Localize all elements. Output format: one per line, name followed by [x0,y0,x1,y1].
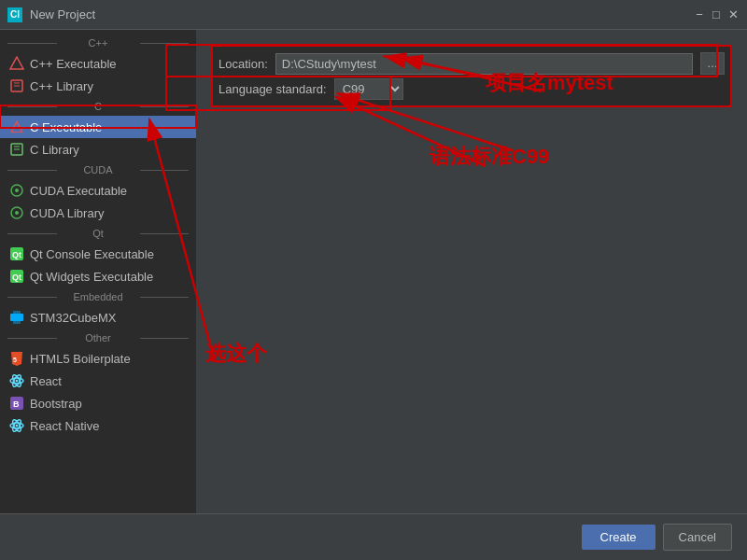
item-cuda-executable[interactable]: CUDA Executable [0,179,196,202]
html5-icon: 5 [9,351,24,366]
stm32-icon [9,310,24,325]
cancel-button[interactable]: Cancel [663,524,732,551]
cuda-library-icon [9,205,24,220]
item-qt-console[interactable]: Qt Qt Console Executable [0,243,196,265]
svg-text:Qt: Qt [12,250,21,259]
svg-point-12 [15,211,19,215]
right-panel: Location: … Language standard: C99 C11 G… [196,30,747,513]
item-cuda-library[interactable]: CUDA Library [0,202,196,224]
minimize-button[interactable]: − [693,8,706,21]
cpp-library-label: C++ Library [30,79,93,93]
svg-marker-0 [10,57,23,69]
stm32-label: STM32CubeMX [30,311,116,325]
item-html5[interactable]: 5 HTML5 Boilerplate [0,347,196,370]
item-cpp-executable[interactable]: C++ Executable [0,52,196,75]
location-label: Location: [218,57,268,71]
cuda-executable-icon [9,183,24,198]
cpp-executable-icon [9,56,24,71]
bootstrap-icon: B [9,396,24,411]
svg-text:B: B [13,399,20,409]
category-cuda: CUDA [0,161,196,179]
c-executable-icon [9,119,24,134]
window-controls: − □ ✕ [693,8,740,21]
svg-text:Qt: Qt [12,273,21,282]
item-cpp-library[interactable]: C++ Library [0,75,196,97]
c-executable-label: C Executable [30,120,102,134]
cpp-library-icon [9,78,24,93]
cpp-executable-label: C++ Executable [30,57,117,71]
close-button[interactable]: ✕ [726,8,740,21]
title-bar: CI New Project − □ ✕ [0,0,747,30]
item-react[interactable]: React [0,370,196,392]
c-library-icon [9,142,24,157]
category-embedded: Embedded [0,287,196,306]
item-react-native[interactable]: React Native [0,414,196,437]
content-area: C++ C++ Executable C++ Library C [0,30,747,513]
react-native-label: React Native [30,419,99,433]
qt-widgets-icon: Qt [9,269,24,284]
maximize-button[interactable]: □ [710,8,723,21]
language-standard-row: Language standard: C99 C11 GNU99 GNU11 [218,78,725,100]
category-qt: Qt [0,224,196,243]
bottom-bar: Create Cancel [0,513,747,560]
svg-point-30 [16,425,19,427]
new-project-window: CI New Project − □ ✕ C++ C++ Executable [0,0,747,560]
svg-point-24 [16,380,19,383]
create-button[interactable]: Create [582,525,655,550]
c-library-label: C Library [30,143,79,157]
item-qt-widgets[interactable]: Qt Qt Widgets Executable [0,265,196,287]
category-cpp: C++ [0,34,196,52]
item-c-library[interactable]: C Library [0,138,196,161]
cuda-library-label: CUDA Library [30,206,104,220]
project-list: C++ C++ Executable C++ Library C [0,30,196,513]
category-other: Other [0,329,196,347]
cuda-executable-label: CUDA Executable [30,184,127,198]
location-section: Location: … Language standard: C99 C11 G… [211,45,732,107]
svg-point-10 [15,189,19,192]
react-native-icon [9,418,24,433]
bootstrap-label: Bootstrap [30,397,82,411]
item-bootstrap[interactable]: B Bootstrap [0,392,196,414]
qt-console-icon: Qt [9,246,24,261]
react-icon [9,373,24,388]
item-stm32[interactable]: STM32CubeMX [0,306,196,329]
location-row: Location: … [218,52,725,75]
category-c: C [0,97,196,116]
language-standard-label: Language standard: [218,82,327,96]
qt-widgets-label: Qt Widgets Executable [30,270,153,284]
dialog-body: C++ C++ Executable C++ Library C [0,30,747,513]
svg-rect-18 [13,311,21,324]
html5-label: HTML5 Boilerplate [30,352,131,366]
svg-text:5: 5 [13,357,17,363]
window-title: New Project [30,7,693,21]
item-c-executable[interactable]: C Executable [0,116,196,138]
react-label: React [30,374,62,388]
qt-console-label: Qt Console Executable [30,247,154,261]
window-icon: CI [7,7,22,22]
browse-button[interactable]: … [700,52,725,75]
language-standard-select[interactable]: C99 C11 GNU99 GNU11 [334,78,403,100]
location-input[interactable] [275,53,693,75]
